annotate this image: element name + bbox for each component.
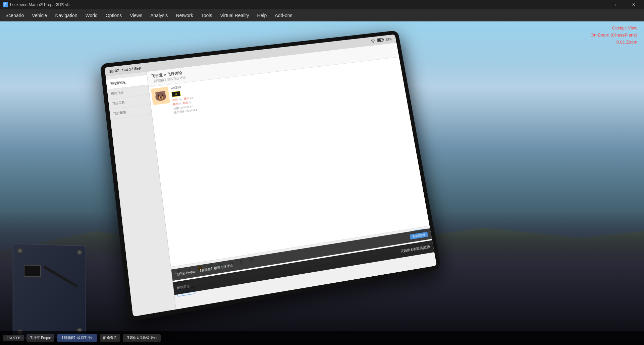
- menu-tools[interactable]: Tools: [197, 11, 216, 19]
- app-icon: P: [3, 2, 8, 7]
- taskbar: FSL/EFB 飞行宝-Prepar 【新提醒】模拟飞行讨 酷狗音乐 只因你太美…: [0, 331, 644, 345]
- tablet-main-panel: 飞行宝 > 飞行讨论 【新提醒】模拟飞行讨论 🐻 wq350 ★: [147, 43, 437, 309]
- info-overlay: Cockpit View On-Board (ChasePlane) 0.81 …: [591, 25, 637, 46]
- notif-button[interactable]: 新消息提醒: [410, 231, 428, 239]
- tablet-app-content: 飞行宝论坛 模拟飞行 飞行工具 飞行新闻 飞行宝 > 飞行讨论 【新提醒】模拟飞…: [106, 43, 437, 317]
- stat-val-4: 5: [189, 101, 191, 104]
- stat-label-1: 积分: [172, 98, 178, 102]
- svg-rect-2: [377, 39, 381, 42]
- app-title: Lockheed Martin® Prepar3D® v5: [10, 2, 592, 7]
- taskbar-fslfb[interactable]: FSL/EFB: [3, 335, 24, 341]
- tablet-date: Sat 17 Sep: [122, 66, 141, 72]
- tablet-status-icons: 57%: [370, 37, 392, 44]
- sim-viewport: Cockpit View On-Board (ChasePlane) 0.81 …: [0, 21, 644, 345]
- notif-source: 飞行宝-Prepar: [175, 269, 196, 277]
- menu-vehicle[interactable]: Vehicle: [28, 11, 51, 19]
- stat-val-5: 2023-9-17: [180, 105, 193, 109]
- rank-badge: ★: [171, 91, 181, 97]
- stat-label-5: 注册:: [173, 106, 180, 110]
- menu-world[interactable]: World: [82, 11, 102, 19]
- taskbar-xinti[interactable]: 【新提醒】模拟飞行讨: [57, 334, 97, 342]
- tablet-time: 16:07: [109, 69, 119, 74]
- stat-val-1: 14: [178, 97, 182, 101]
- battery-icon: [377, 38, 384, 43]
- minimize-button[interactable]: —: [592, 0, 608, 9]
- menu-add-ons[interactable]: Add-ons: [271, 11, 296, 19]
- window-controls: — □ ✕: [592, 0, 641, 9]
- avatar-emoji: 🐻: [154, 90, 167, 102]
- cockpit-view-label: Cockpit View: [591, 25, 637, 32]
- menu-navigation[interactable]: Navigation: [51, 11, 81, 19]
- stat-label-2: 帖子: [184, 97, 190, 100]
- taskbar-lyric[interactable]: 只因你太美歌词|歌曲: [123, 334, 161, 342]
- menu-analysis[interactable]: Analysis: [146, 11, 172, 19]
- taskbar-kugou[interactable]: 酷狗音乐: [100, 334, 120, 342]
- zoom-label: 0.81 Zoom: [591, 39, 637, 46]
- notif-message: 【新提醒】模拟飞行讨论: [198, 263, 233, 273]
- tablet-screen: 16:07 Sat 17 Sep: [105, 34, 437, 317]
- close-button[interactable]: ✕: [626, 0, 641, 9]
- user-avatar: 🐻: [151, 87, 170, 105]
- menu-help[interactable]: Help: [253, 11, 271, 19]
- menu-views[interactable]: Views: [126, 11, 146, 19]
- stat-label-4: 在线: [183, 101, 189, 105]
- stat-val-2: 24: [190, 96, 193, 99]
- stat-val-6: 2023-9-17: [186, 108, 199, 113]
- screw-2: [76, 249, 82, 255]
- tablet-time-date: 16:07 Sat 17 Sep: [109, 66, 141, 74]
- stat-label-3: 精华: [173, 102, 178, 106]
- wifi-icon: [370, 39, 376, 44]
- menu-scenario[interactable]: Scenario: [1, 11, 28, 19]
- music-app-name: 酷狗音乐: [177, 284, 190, 290]
- chase-plane-label: On-Board (ChasePlane): [591, 32, 637, 39]
- menu-network[interactable]: Network: [172, 11, 197, 19]
- battery-percent: 57%: [386, 37, 392, 41]
- menu-options[interactable]: Options: [102, 11, 126, 19]
- title-bar: P Lockheed Martin® Prepar3D® v5 — □ ✕: [0, 0, 644, 9]
- rank-star: ★: [174, 92, 177, 96]
- menu-bar: Scenario Vehicle Navigation World Option…: [0, 9, 644, 21]
- stat-val-3: 0: [179, 102, 181, 105]
- screw-1: [17, 248, 23, 254]
- menu-virtual-reality[interactable]: Virtual Reality: [216, 11, 253, 19]
- taskbar-feixingbao[interactable]: 飞行宝-Prepar: [26, 334, 54, 342]
- stat-label-6: 最后登录:: [174, 110, 186, 114]
- ethernet-cable: [43, 265, 78, 288]
- cockpit-panel: [13, 244, 86, 340]
- ethernet-port: [24, 265, 41, 277]
- maximize-button[interactable]: □: [609, 0, 625, 9]
